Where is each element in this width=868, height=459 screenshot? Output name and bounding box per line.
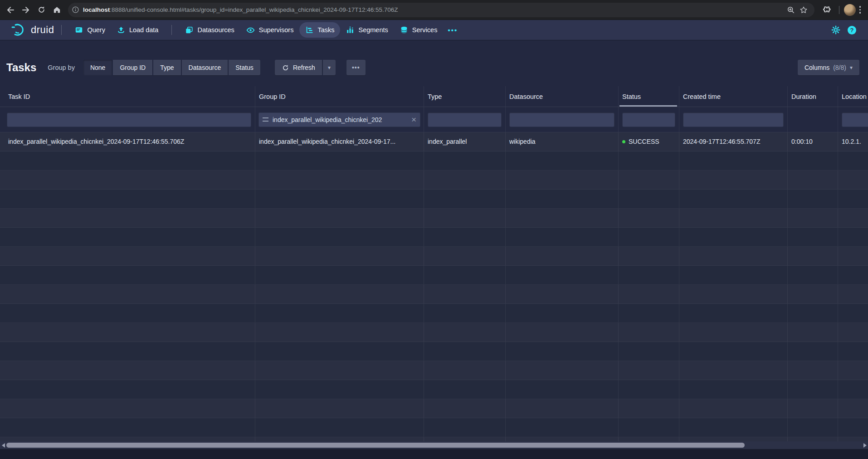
bottom-strip <box>0 449 868 459</box>
group-by-group-id-button[interactable]: Group ID <box>113 60 152 75</box>
status-filter-input[interactable] <box>622 112 675 127</box>
equals-icon <box>263 117 268 122</box>
filter-cell-task-id <box>0 107 255 132</box>
empty-table-row <box>0 151 868 171</box>
bookmark-star-icon[interactable] <box>797 4 810 16</box>
group-id-filter-chip[interactable]: index_parallel_wikipedia_chicnkei_202 × <box>258 112 420 127</box>
divider <box>839 6 839 14</box>
column-header-location[interactable]: Location <box>838 86 868 107</box>
empty-table-row <box>0 247 868 266</box>
home-icon[interactable] <box>49 2 64 18</box>
nav-item-services[interactable]: Services <box>394 22 444 38</box>
refresh-interval-caret-button[interactable]: ▾ <box>323 60 336 75</box>
nav-item-segments[interactable]: Segments <box>340 22 394 38</box>
table-header-row: Task ID Group ID Type Datasource Status … <box>0 86 868 107</box>
table-row[interactable]: index_parallel_wikipedia_chicnkei_2024-0… <box>0 132 868 151</box>
nav-item-load-data[interactable]: Load data <box>111 22 165 38</box>
column-header-group-id[interactable]: Group ID <box>255 86 424 107</box>
column-header-task-id[interactable]: Task ID <box>0 86 255 107</box>
url-text: localhost:8888/unified-console.html#task… <box>83 6 785 13</box>
tasks-view-header: Tasks Group by None Group ID Type Dataso… <box>0 40 868 86</box>
created-time-cell: 2024-09-17T12:46:55.707Z <box>679 132 788 151</box>
scrollbar-track[interactable] <box>6 441 862 449</box>
remove-filter-icon[interactable]: × <box>411 115 416 124</box>
task-id-filter-input[interactable] <box>7 112 251 127</box>
settings-gear-icon[interactable] <box>831 25 840 34</box>
zoom-icon[interactable] <box>785 4 797 16</box>
chrome-right-controls <box>819 2 865 18</box>
filter-cell-status <box>619 107 679 132</box>
load-data-icon <box>117 26 125 34</box>
reload-icon[interactable] <box>34 2 49 18</box>
chrome-menu-icon[interactable] <box>856 3 865 16</box>
navbar-right: ? <box>831 25 856 34</box>
refresh-icon <box>282 64 289 72</box>
druid-logo-text: druid <box>31 24 54 36</box>
scroll-right-arrow[interactable] <box>862 441 868 449</box>
druid-logo[interactable]: druid <box>11 23 54 37</box>
empty-table-row <box>0 323 868 342</box>
more-actions-button[interactable]: ••• <box>346 60 366 75</box>
group-by-type-button[interactable]: Type <box>153 60 180 75</box>
empty-table-row <box>0 266 868 285</box>
group-by-none-button[interactable]: None <box>83 60 112 75</box>
group-by-datasource-button[interactable]: Datasource <box>182 60 228 75</box>
scrollbar-thumb[interactable] <box>6 443 745 448</box>
group-by-label: Group by <box>48 64 75 71</box>
url-bar[interactable]: localhost:8888/unified-console.html#task… <box>68 3 814 17</box>
column-header-type[interactable]: Type <box>424 86 506 107</box>
empty-table-row <box>0 228 868 247</box>
status-success-dot <box>622 140 625 143</box>
chevron-down-icon: ▾ <box>328 64 331 71</box>
page-title: Tasks <box>6 61 36 74</box>
empty-table-row <box>0 171 868 190</box>
back-icon[interactable] <box>3 2 18 18</box>
empty-table-row <box>0 285 868 304</box>
columns-button[interactable]: Columns (8/8) ▾ <box>798 60 859 75</box>
column-header-datasource[interactable]: Datasource <box>506 86 619 107</box>
site-info-icon[interactable] <box>72 6 79 14</box>
empty-table-row <box>0 437 868 441</box>
nav-more-button[interactable]: ••• <box>443 22 462 38</box>
empty-table-row <box>0 209 868 228</box>
refresh-button[interactable]: Refresh <box>275 60 322 75</box>
nav-item-datasources[interactable]: Datasources <box>179 22 240 38</box>
profile-avatar[interactable] <box>844 4 856 16</box>
druid-navbar: druid Query Load data Datasources Superv… <box>0 20 868 40</box>
chevron-down-icon: ▾ <box>850 64 853 71</box>
datasource-cell: wikipedia <box>506 132 619 151</box>
table-filter-row: index_parallel_wikipedia_chicnkei_202 × <box>0 107 868 132</box>
column-header-status[interactable]: Status <box>619 86 679 107</box>
horizontal-scrollbar <box>0 441 868 449</box>
empty-table-row <box>0 399 868 418</box>
location-filter-input[interactable] <box>842 112 868 127</box>
segments-icon <box>346 26 354 34</box>
empty-table-row <box>0 342 868 361</box>
screen: localhost:8888/unified-console.html#task… <box>0 0 868 459</box>
nav-item-tasks[interactable]: Tasks <box>299 22 340 38</box>
group-by-button-group: None Group ID Type Datasource Status <box>83 60 260 75</box>
column-header-duration[interactable]: Duration <box>788 86 838 107</box>
help-icon[interactable]: ? <box>848 26 856 34</box>
nav-item-supervisors[interactable]: Supervisors <box>240 22 300 38</box>
divider <box>61 25 62 35</box>
location-cell: 10.2.1. <box>838 132 868 151</box>
forward-icon[interactable] <box>18 2 34 18</box>
task-id-cell[interactable]: index_parallel_wikipedia_chicnkei_2024-0… <box>0 132 255 151</box>
created-time-filter-input[interactable] <box>683 112 784 127</box>
column-header-created-time[interactable]: Created time <box>679 86 788 107</box>
empty-table-row <box>0 361 868 380</box>
type-filter-input[interactable] <box>428 112 502 127</box>
type-cell: index_parallel <box>424 132 506 151</box>
query-icon <box>75 26 83 34</box>
nav-item-query[interactable]: Query <box>69 22 111 38</box>
table-body: index_parallel_wikipedia_chicnkei_2024-0… <box>0 132 868 441</box>
services-icon <box>400 26 408 34</box>
supervisors-icon <box>246 26 255 34</box>
extensions-icon[interactable] <box>819 2 834 18</box>
druid-logo-icon <box>11 23 27 37</box>
sort-indicator <box>619 105 677 107</box>
scroll-left-arrow[interactable] <box>0 441 6 449</box>
datasource-filter-input[interactable] <box>509 112 614 127</box>
group-by-status-button[interactable]: Status <box>229 60 260 75</box>
